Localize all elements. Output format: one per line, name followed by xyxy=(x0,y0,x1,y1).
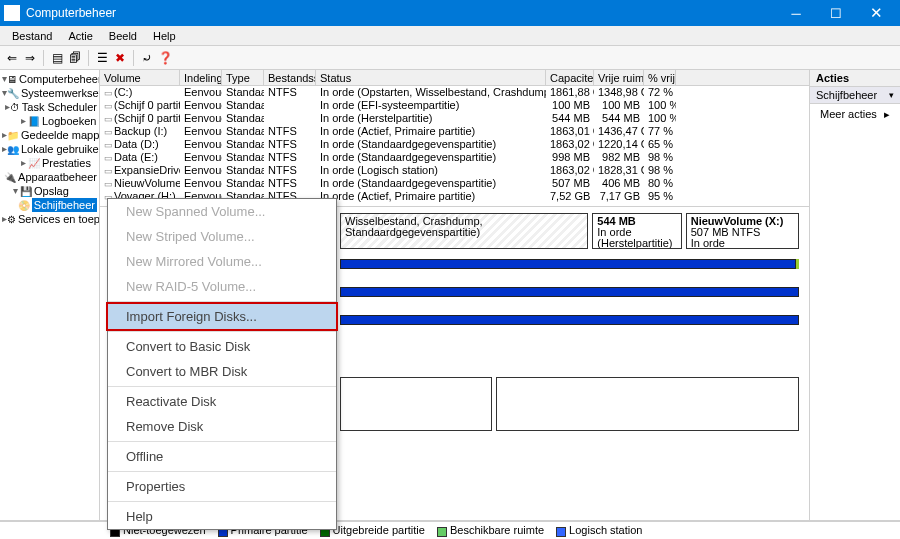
toolbar-icon-4[interactable]: ☰ xyxy=(94,50,110,66)
volume-capacity: 7,52 GB xyxy=(546,190,594,203)
tree-label: Computerbeheer (lokaal) xyxy=(19,72,100,86)
minimize-button[interactable]: ─ xyxy=(776,0,816,26)
menu-beeld[interactable]: Beeld xyxy=(101,30,145,42)
volume-free: 406 MB xyxy=(594,177,644,190)
close-button[interactable]: ✕ xyxy=(856,0,896,26)
toolbar-icon-1[interactable]: ⇒ xyxy=(22,50,38,66)
actions-section[interactable]: Schijfbeheer ▾ xyxy=(810,87,900,104)
context-item[interactable]: Properties xyxy=(108,474,336,499)
disk-row-3[interactable] xyxy=(340,315,799,325)
partition-c[interactable]: Wisselbestand, Crashdump, Standaardgegev… xyxy=(340,213,588,249)
tree-item[interactable]: ▸⚙Services en toepassingen xyxy=(0,212,99,226)
partition-box[interactable] xyxy=(340,377,492,431)
tree-label: Lokale gebruikers en gr... xyxy=(21,142,100,156)
volume-fs: NTFS xyxy=(264,125,316,138)
volume-free: 982 MB xyxy=(594,151,644,164)
volume-layout: Eenvoudig xyxy=(180,164,222,177)
volume-free: 7,17 GB xyxy=(594,190,644,203)
tree-item[interactable]: 📀Schijfbeheer xyxy=(0,198,99,212)
partition-recovery[interactable]: 544 MB In orde (Herstelpartitie) xyxy=(592,213,681,249)
partition-box[interactable] xyxy=(496,377,799,431)
tree-label: Prestaties xyxy=(42,156,91,170)
titlebar[interactable]: Computerbeheer ─ ☐ ✕ xyxy=(0,0,900,26)
tree-node-icon: 🔌 xyxy=(4,171,16,183)
actions-pane: Acties Schijfbeheer ▾ Meer acties ▸ xyxy=(810,70,900,520)
tree-item[interactable]: ▸👥Lokale gebruikers en gr... xyxy=(0,142,99,156)
menu-arrow-icon: ▾ xyxy=(889,90,894,100)
tree-item[interactable]: ▸⏱Task Scheduler xyxy=(0,100,99,114)
tree-label: Schijfbeheer xyxy=(32,198,97,212)
disk-row-2[interactable] xyxy=(340,287,799,297)
column-header[interactable]: Vrije ruimte xyxy=(594,70,644,85)
tree-expand-icon[interactable]: ▸ xyxy=(18,114,28,128)
volume-row[interactable]: ▭(C:)EenvoudigStandaardNTFSIn orde (Opst… xyxy=(100,86,809,99)
context-separator xyxy=(108,471,336,472)
toolbar-icon-6[interactable]: ⤾ xyxy=(139,50,155,66)
context-item[interactable]: Help xyxy=(108,504,336,529)
volume-icon: ▭ xyxy=(104,87,114,99)
maximize-button[interactable]: ☐ xyxy=(816,0,856,26)
volume-row[interactable]: ▭Backup (I:)EenvoudigStandaardNTFSIn ord… xyxy=(100,125,809,138)
volume-pct: 98 % xyxy=(644,151,676,164)
tree-item[interactable]: ▾💾Opslag xyxy=(0,184,99,198)
volume-free: 1348,98 GB xyxy=(594,86,644,99)
tree-item[interactable]: 🔌Apparaatbeheer xyxy=(0,170,99,184)
context-item[interactable]: Convert to MBR Disk xyxy=(108,359,336,384)
tree-node-icon: 💾 xyxy=(20,185,32,197)
column-header[interactable]: % vrij xyxy=(644,70,676,85)
column-header[interactable]: Capaciteit xyxy=(546,70,594,85)
context-item[interactable]: Reactivate Disk xyxy=(108,389,336,414)
tree-item[interactable]: ▸📘Logboeken xyxy=(0,114,99,128)
menu-bestand[interactable]: Bestand xyxy=(4,30,60,42)
chevron-right-icon: ▸ xyxy=(884,108,890,121)
tree-node-icon: 🖥 xyxy=(7,73,17,85)
column-header[interactable]: Bestandssysteem xyxy=(264,70,316,85)
more-actions-label: Meer acties xyxy=(820,108,877,120)
volume-status: In orde (Herstelpartitie) xyxy=(316,112,546,125)
toolbar-icon-2[interactable]: ▤ xyxy=(49,50,65,66)
volume-row[interactable]: ▭NieuwVolume (X:)EenvoudigStandaardNTFSI… xyxy=(100,177,809,190)
tree-item[interactable]: ▾🖥Computerbeheer (lokaal) xyxy=(0,72,99,86)
tree-expand-icon[interactable]: ▾ xyxy=(10,184,20,198)
toolbar-icon-3[interactable]: 🗐 xyxy=(67,50,83,66)
tree-expand-icon[interactable]: ▸ xyxy=(18,156,28,170)
volume-fs: NTFS xyxy=(264,138,316,151)
volume-row[interactable]: ▭(Schijf 0 partitie 4)EenvoudigStandaard… xyxy=(100,112,809,125)
volume-free: 100 MB xyxy=(594,99,644,112)
column-header[interactable]: Volume xyxy=(100,70,180,85)
context-item[interactable]: Convert to Basic Disk xyxy=(108,334,336,359)
legend-swatch xyxy=(437,527,447,537)
menu-actie[interactable]: Actie xyxy=(60,30,100,42)
menu-help[interactable]: Help xyxy=(145,30,184,42)
menubar: BestandActieBeeldHelp xyxy=(0,26,900,46)
context-item[interactable]: Import Foreign Disks... xyxy=(108,304,336,329)
column-header[interactable]: Indeling xyxy=(180,70,222,85)
disk-row-4[interactable] xyxy=(340,377,799,431)
context-item: New RAID-5 Volume... xyxy=(108,274,336,299)
volume-layout: Eenvoudig xyxy=(180,138,222,151)
context-item[interactable]: Remove Disk xyxy=(108,414,336,439)
column-header[interactable]: Type xyxy=(222,70,264,85)
toolbar-icon-0[interactable]: ⇐ xyxy=(4,50,20,66)
volume-row[interactable]: ▭Data (D:)EenvoudigStandaardNTFSIn orde … xyxy=(100,138,809,151)
volume-list[interactable]: ▭(C:)EenvoudigStandaardNTFSIn orde (Opst… xyxy=(100,86,809,206)
disk-row-1[interactable] xyxy=(340,259,799,269)
volume-row[interactable]: ▭(Schijf 0 partitie 1)EenvoudigStandaard… xyxy=(100,99,809,112)
more-actions-link[interactable]: Meer acties ▸ xyxy=(810,104,900,124)
column-header[interactable]: Status xyxy=(316,70,546,85)
context-item[interactable]: Offline xyxy=(108,444,336,469)
toolbar-icon-5[interactable]: ✖ xyxy=(112,50,128,66)
volume-layout: Eenvoudig xyxy=(180,86,222,99)
toolbar-icon-7[interactable]: ❓ xyxy=(157,50,173,66)
app-icon xyxy=(4,5,20,21)
tree-item[interactable]: ▾🔧Systeemwerkset xyxy=(0,86,99,100)
volume-icon: ▭ xyxy=(104,113,114,125)
volume-row[interactable]: ▭Data (E:)EenvoudigStandaardNTFSIn orde … xyxy=(100,151,809,164)
volume-pct: 80 % xyxy=(644,177,676,190)
volume-type: Standaard xyxy=(222,125,264,138)
tree-item[interactable]: ▸📈Prestaties xyxy=(0,156,99,170)
tree-item[interactable]: ▸📁Gedeelde mappen xyxy=(0,128,99,142)
volume-name: ▭(C:) xyxy=(100,86,180,99)
volume-row[interactable]: ▭ExpansieDrive (Z:)EenvoudigStandaardNTF… xyxy=(100,164,809,177)
partition-nieuwvolume[interactable]: NieuwVolume (X:) 507 MB NTFS In orde (St… xyxy=(686,213,799,249)
